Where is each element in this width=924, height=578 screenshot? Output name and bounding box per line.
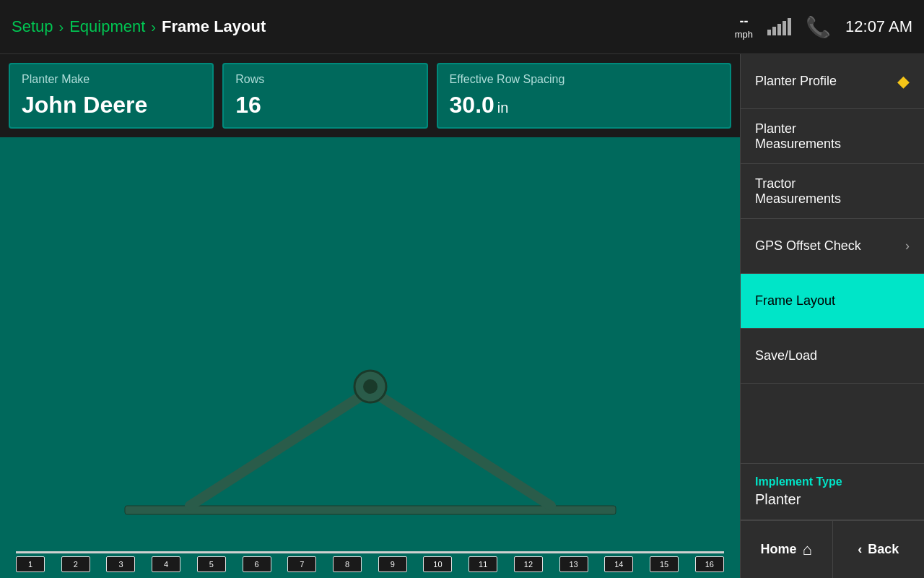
sidebar-gps-offset-label: GPS Offset Check [755,238,905,254]
home-icon: ⌂ [803,540,812,559]
row-number-box: 13 [559,556,588,572]
sidebar-item-tractor-measurements[interactable]: TractorMeasurements [741,164,924,219]
row-numbers-container: 12345678910111213141516 [16,556,724,572]
cards-row: Planter Make John Deere Rows 16 Effectiv… [0,54,740,137]
row-number-box: 9 [378,556,407,572]
sidebar-save-load-label: Save/Load [755,348,910,363]
rows-label: Rows [235,73,414,86]
sidebar-tractor-measurements-label: TractorMeasurements [755,176,910,207]
sidebar-item-gps-offset-check[interactable]: GPS Offset Check › [741,219,924,274]
row-bar-line [16,551,724,553]
row-number-box: 10 [423,556,452,572]
svg-line-2 [370,390,551,506]
row-number-box: 16 [695,556,724,572]
signal-icon [767,18,791,35]
row-number-box: 11 [468,556,497,572]
sidebar-spacer [741,384,924,463]
implement-type-value: Planter [755,491,910,508]
row-number-box: 14 [604,556,633,572]
warning-diamond-icon: ◆ [897,72,910,91]
breadcrumb-sep2: › [151,19,156,35]
speed-unit: mph [735,29,753,40]
speed-value: -- [739,14,748,29]
diagram-area: 12345678910111213141516 [0,137,740,578]
back-button[interactable]: ‹ Back [833,521,925,578]
row-number-box: 12 [514,556,543,572]
row-number-box: 15 [650,556,679,572]
breadcrumb-equipment[interactable]: Equipment [69,17,145,36]
breadcrumb: Setup › Equipment › Frame Layout [12,17,735,36]
home-button[interactable]: Home ⌂ [741,521,833,578]
row-spacing-unit: in [497,100,509,116]
planter-make-label: Planter Make [22,73,201,86]
rows-card[interactable]: Rows 16 [222,63,427,129]
phone-icon: 📞 [806,15,831,39]
content-area: Planter Make John Deere Rows 16 Effectiv… [0,54,740,578]
row-numbers-section: 12345678910111213141516 [0,551,740,578]
time-display: 12:07 AM [845,17,912,36]
sidebar-item-save-load[interactable]: Save/Load [741,329,924,384]
sidebar-frame-layout-label: Frame Layout [755,293,910,309]
sidebar-item-frame-layout[interactable]: Frame Layout [741,274,924,329]
row-number-box: 8 [333,556,362,572]
svg-rect-0 [125,506,616,514]
sidebar-planter-profile-label: Planter Profile [755,74,892,89]
back-text: Back [868,542,899,557]
sidebar-item-planter-measurements[interactable]: PlanterMeasurements [741,109,924,164]
breadcrumb-current: Frame Layout [162,17,266,36]
home-text: Home [761,542,797,557]
speed-display: -- mph [735,14,753,40]
row-number-box: 4 [152,556,180,572]
row-spacing-card[interactable]: Effective Row Spacing 30.0in [437,63,731,129]
sidebar-planter-measurements-label: PlanterMeasurements [755,121,910,152]
row-spacing-value: 30.0in [450,92,718,118]
bottom-nav: Home ⌂ ‹ Back [741,520,924,578]
sidebar-item-planter-profile[interactable]: Planter Profile ◆ [741,54,924,109]
svg-line-1 [190,390,370,506]
implement-type-label: Implement Type [755,475,910,488]
main-content: Planter Make John Deere Rows 16 Effectiv… [0,54,924,578]
row-number-box: 6 [243,556,271,572]
breadcrumb-setup[interactable]: Setup [12,17,53,36]
breadcrumb-sep1: › [59,19,64,35]
row-spacing-label: Effective Row Spacing [450,73,718,86]
chevron-right-icon: › [905,238,910,254]
row-number-box: 7 [287,556,316,572]
app-header: Setup › Equipment › Frame Layout -- mph … [0,0,924,54]
implement-section: Implement Type Planter [741,463,924,520]
row-number-box: 1 [16,556,45,572]
rows-value: 16 [235,92,414,118]
svg-point-4 [363,379,378,394]
header-right: -- mph 📞 12:07 AM [735,14,912,40]
planter-diagram [118,347,623,549]
row-number-box: 5 [197,556,226,572]
back-chevron-icon: ‹ [858,542,862,557]
row-number-box: 3 [106,556,135,572]
sidebar: Planter Profile ◆ PlanterMeasurements Tr… [740,54,924,578]
row-number-box: 2 [61,556,90,572]
planter-make-card[interactable]: Planter Make John Deere [9,63,214,129]
planter-make-value: John Deere [22,92,201,118]
